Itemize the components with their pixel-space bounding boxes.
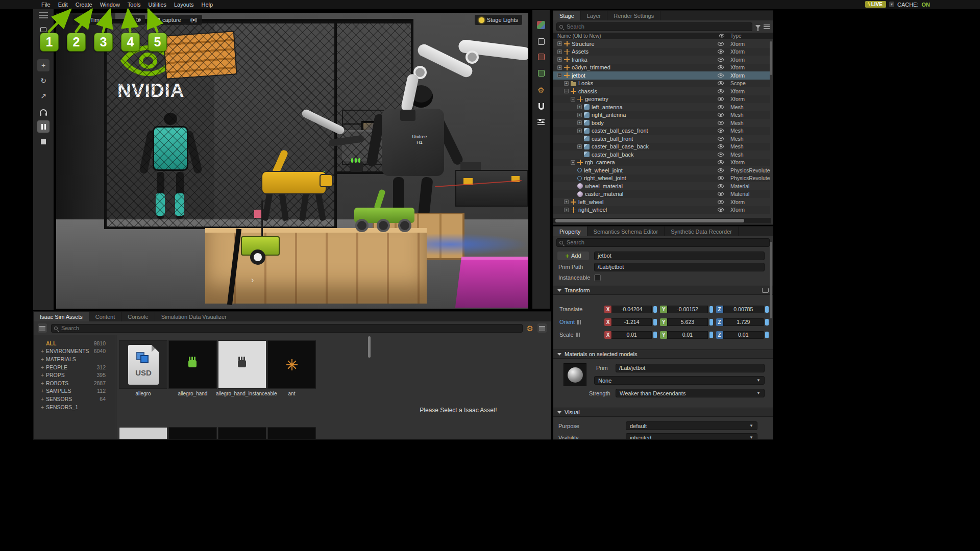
stage-tree-row[interactable]: − chassis Xform: [553, 87, 770, 95]
stage-tree-row[interactable]: − jetbot Xform: [553, 71, 770, 80]
category-item[interactable]: + ENVIRONMENTS 6040: [34, 347, 116, 356]
visibility-eye-icon[interactable]: [718, 200, 724, 204]
rotate-tool-button[interactable]: ↻: [37, 74, 50, 87]
menu-item[interactable]: File: [39, 1, 53, 9]
axis-z-handle[interactable]: [765, 319, 769, 325]
audio-button[interactable]: [37, 105, 50, 117]
options-menu-icon[interactable]: [764, 24, 770, 29]
visibility-eye-icon[interactable]: [718, 97, 724, 101]
visibility-menu-button[interactable]: [132, 15, 145, 25]
axis-x-field[interactable]: -0.04204: [611, 306, 652, 313]
axis-z-field[interactable]: 0.00785: [723, 306, 764, 313]
visibility-dropdown[interactable]: inherited ▼: [626, 433, 757, 440]
category-item[interactable]: + SAMPLES 112: [34, 387, 116, 395]
axis-z-field[interactable]: 0.01: [723, 331, 764, 339]
axis-y-field[interactable]: 0.01: [667, 331, 707, 339]
panel-tab[interactable]: Content: [89, 312, 122, 321]
stage-tree-row[interactable]: + caster_ball_case_back Mesh: [553, 143, 770, 151]
adjust-button[interactable]: [536, 117, 546, 127]
material-dropdown[interactable]: None ▼: [594, 376, 765, 385]
menu-item[interactable]: Window: [97, 1, 122, 9]
transform-options-icon[interactable]: [762, 288, 769, 293]
axis-z-handle[interactable]: [765, 306, 769, 313]
visibility-eye-icon[interactable]: [718, 65, 724, 69]
axis-z-handle[interactable]: [765, 332, 769, 338]
asset-thumbnail[interactable]: [168, 427, 217, 439]
menu-item[interactable]: Tools: [125, 1, 143, 9]
visibility-eye-icon[interactable]: [718, 129, 724, 133]
stage-search-field[interactable]: [556, 22, 752, 31]
strength-dropdown[interactable]: Weaker than Descendants ▼: [616, 389, 765, 397]
menu-item[interactable]: Utilities: [146, 1, 169, 9]
expander-icon[interactable]: +: [571, 160, 575, 165]
expander-icon[interactable]: −: [564, 89, 569, 93]
visibility-eye-icon[interactable]: [718, 113, 724, 117]
expand-plus-icon[interactable]: +: [41, 388, 46, 394]
visibility-eye-icon[interactable]: [718, 144, 724, 148]
live-dropdown-caret-icon[interactable]: ▾: [889, 2, 894, 7]
stage-tree-row[interactable]: caster_ball_back Mesh: [553, 151, 770, 159]
expand-plus-icon[interactable]: +: [41, 372, 46, 378]
visibility-eye-icon[interactable]: [718, 58, 724, 62]
axis-x-handle[interactable]: [653, 306, 657, 313]
axis-x-field[interactable]: 0.01: [611, 331, 652, 339]
prim-name-field[interactable]: jetbot: [594, 252, 765, 260]
instanceable-checkbox[interactable]: [594, 274, 601, 281]
expand-plus-icon[interactable]: +: [41, 356, 46, 362]
axis-z-field[interactable]: 1.729: [723, 318, 764, 326]
move-tool-button[interactable]: +: [37, 59, 50, 71]
stage-tree-row[interactable]: + o3dyn_trimmed Xform: [553, 64, 770, 72]
property-search-field[interactable]: [556, 238, 770, 247]
axis-y-field[interactable]: 5.623: [667, 318, 707, 326]
live-badge[interactable]: ϟ LIVE: [865, 1, 886, 8]
stage-tree-row[interactable]: + body Mesh: [553, 119, 770, 127]
view-gizmo-button[interactable]: [536, 20, 546, 30]
vertical-scrollbar-thumb[interactable]: [770, 41, 772, 75]
panel-tab[interactable]: Render Settings: [607, 11, 660, 20]
asset-tile[interactable]: [218, 427, 266, 439]
visibility-eye-icon[interactable]: [718, 176, 724, 180]
expander-icon[interactable]: +: [557, 65, 562, 70]
stage-tree-row[interactable]: − geometry Xform: [553, 95, 770, 104]
column-header-type[interactable]: Type: [730, 33, 742, 39]
stage-tree-row[interactable]: + Assets Xform: [553, 48, 770, 56]
stage-tree-row[interactable]: + caster_ball_case_front Mesh: [553, 127, 770, 135]
axis-x-handle[interactable]: [653, 332, 657, 338]
renderer-dropdown[interactable]: RTX Time: [72, 15, 107, 25]
material-prim-field[interactable]: /Lab/jetbot: [616, 364, 765, 372]
visibility-eye-icon[interactable]: [718, 160, 724, 164]
visibility-eye-icon[interactable]: [718, 153, 724, 157]
axis-y-handle[interactable]: [709, 332, 713, 338]
stage-cube-button[interactable]: [536, 37, 546, 46]
vertical-scrollbar-thumb[interactable]: [770, 242, 772, 318]
menu-item[interactable]: Edit: [56, 1, 70, 9]
visibility-eye-icon[interactable]: [718, 208, 724, 212]
asset-thumbnail[interactable]: [267, 427, 316, 439]
stage-tree-row[interactable]: + right_wheel Xform: [553, 206, 770, 214]
expander-icon[interactable]: +: [557, 57, 562, 62]
capture-button[interactable]: capture: [149, 15, 185, 25]
assets-search-input[interactable]: [60, 324, 520, 332]
asset-thumbnail[interactable]: [119, 427, 167, 439]
category-item[interactable]: + PROPS 395: [34, 371, 116, 379]
stage-tree-row[interactable]: + rgb_camera Xform: [553, 159, 770, 167]
visibility-eye-icon[interactable]: [718, 137, 724, 141]
panel-tab[interactable]: Console: [121, 312, 155, 321]
assets-search-field[interactable]: [51, 324, 523, 333]
expander-icon[interactable]: +: [577, 144, 582, 149]
category-item[interactable]: + SENSORS 64: [34, 395, 116, 403]
filter-icon[interactable]: [755, 25, 761, 29]
expander-icon[interactable]: +: [564, 199, 569, 204]
asset-tile[interactable]: USD allegro: [119, 340, 167, 406]
add-button[interactable]: + Add: [557, 252, 589, 260]
asset-tile[interactable]: [168, 427, 217, 439]
panel-tab[interactable]: Layer: [581, 11, 608, 20]
expand-plus-icon[interactable]: +: [41, 348, 46, 354]
property-search-input[interactable]: [566, 239, 767, 246]
stage-tree-row[interactable]: + left_wheel Xform: [553, 198, 770, 206]
menu-item[interactable]: Create: [73, 1, 95, 9]
visibility-eye-icon[interactable]: [718, 73, 724, 78]
vertical-scrollbar-thumb[interactable]: [368, 336, 371, 358]
broadcast-icon[interactable]: ((●)): [185, 15, 202, 25]
category-item[interactable]: + MATERIALS: [34, 355, 116, 363]
